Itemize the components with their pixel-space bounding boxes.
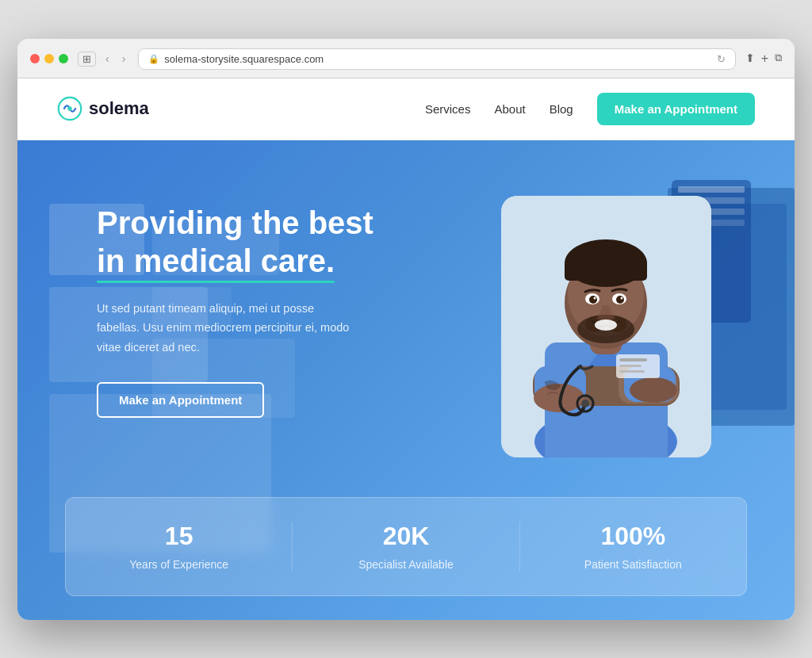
browser-chrome: ⊞ ‹ › 🔒 solema-storysite.squarespace.com… [17,39,795,78]
hero-headline: Providing the best in medical care. [97,204,373,280]
hero-section: Providing the best in medical care. Ut s… [17,140,795,620]
stat-label-1: Years of Experience [129,558,228,571]
headline-line1: Providing the best [97,205,373,240]
nav-appointment-button[interactable]: Make an Appointment [597,93,755,125]
logo[interactable]: solema [57,96,149,121]
maximize-button[interactable] [59,54,68,63]
hero-text-block: Providing the best in medical care. Ut s… [97,188,373,419]
browser-navigation: ⊞ ‹ › [78,51,128,67]
svg-point-13 [630,377,677,403]
svg-point-1 [67,106,71,110]
svg-rect-32 [619,358,647,362]
navbar: solema Services About Blog Make an Appoi… [17,78,795,140]
svg-point-29 [621,296,623,299]
nav-links: Services About Blog Make an Appointment [425,93,755,125]
nav-services[interactable]: Services [425,102,471,116]
nav-blog[interactable]: Blog [550,102,573,116]
close-button[interactable] [30,54,40,63]
logo-icon [57,96,82,121]
stat-label-2: Specialist Available [358,558,454,571]
stat-number-1: 15 [66,522,292,551]
lock-icon: 🔒 [148,54,159,64]
svg-point-26 [589,296,597,304]
stat-number-3: 100% [520,522,746,551]
website-content: solema Services About Blog Make an Appoi… [17,78,795,620]
hero-body-text: Ut sed putant timeam aliquip, mei ut pos… [97,299,350,358]
browser-window: ⊞ ‹ › 🔒 solema-storysite.squarespace.com… [17,39,795,620]
doctor-image [501,196,711,457]
forward-button[interactable]: › [119,51,129,67]
doctor-svg [501,196,711,457]
svg-point-15 [581,400,589,407]
minimize-button[interactable] [44,54,54,63]
svg-point-27 [616,296,624,304]
hero-appointment-button[interactable]: Make an Appointment [97,382,264,418]
stat-label-3: Patient Satisfiaction [584,558,682,571]
stats-bar: 15 Years of Experience 20K Specialist Av… [65,497,747,596]
hero-content: Providing the best in medical care. Ut s… [17,140,795,497]
share-button[interactable]: ⬆ [745,52,755,66]
new-tab-button[interactable]: + [761,52,768,66]
stat-satisfaction: 100% Patient Satisfiaction [520,522,746,572]
reload-button[interactable]: ↻ [717,53,726,65]
logo-text: solema [89,98,149,119]
svg-rect-20 [565,261,647,281]
svg-point-28 [594,296,596,299]
tabs-button[interactable]: ⧉ [775,52,782,66]
svg-rect-34 [619,370,645,373]
address-bar[interactable]: 🔒 solema-storysite.squarespace.com ↻ [138,48,735,70]
window-icon[interactable]: ⊞ [78,52,96,67]
headline-line2: in medical care. [97,242,335,280]
svg-rect-33 [619,365,642,367]
stat-number-2: 20K [293,522,519,551]
back-button[interactable]: ‹ [102,51,113,67]
browser-action-buttons: ⬆ + ⧉ [745,52,782,66]
stat-specialists: 20K Specialist Available [293,522,519,572]
doctor-image-container [501,196,715,465]
window-controls [30,54,68,63]
nav-about[interactable]: About [494,102,525,116]
url-text: solema-storysite.squarespace.com [164,53,324,65]
stat-experience: 15 Years of Experience [66,522,293,572]
